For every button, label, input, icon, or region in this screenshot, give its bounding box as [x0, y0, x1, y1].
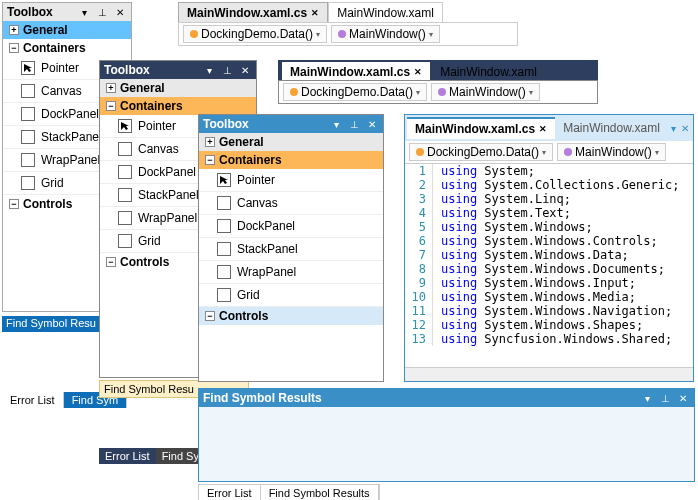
canvas-icon	[118, 142, 132, 156]
breadcrumb-method[interactable]: MainWindow()▾	[557, 143, 666, 161]
code-line[interactable]: 6using System.Windows.Controls;	[405, 234, 693, 248]
close-icon[interactable]: ✕	[539, 124, 547, 134]
class-icon	[416, 148, 424, 156]
grid-icon	[217, 288, 231, 302]
expand-icon[interactable]: −	[106, 101, 116, 111]
expand-icon[interactable]: +	[9, 25, 19, 35]
close-icon[interactable]: ✕	[365, 117, 379, 131]
section-containers[interactable]: − Containers	[3, 39, 131, 57]
method-icon	[564, 148, 572, 156]
editor-tab[interactable]: MainWindow.xaml	[328, 2, 443, 24]
chevron-down-icon[interactable]: ▾	[529, 88, 533, 97]
breadcrumb-namespace[interactable]: DockingDemo.Data()▾	[409, 143, 553, 161]
stackpanel-icon	[118, 188, 132, 202]
wrappanel-icon	[217, 265, 231, 279]
method-icon	[338, 30, 346, 38]
dockpanel-icon	[118, 165, 132, 179]
tool-item[interactable]: Grid	[199, 284, 383, 307]
code-line[interactable]: 3using System.Linq;	[405, 192, 693, 206]
pointer-icon	[118, 119, 132, 133]
dropdown-icon[interactable]: ▾	[202, 63, 216, 77]
pin-icon[interactable]: ⊥	[347, 117, 361, 131]
expand-icon[interactable]: −	[205, 155, 215, 165]
canvas-icon	[217, 196, 231, 210]
code-editor[interactable]: 1using System;2using System.Collections.…	[405, 164, 693, 367]
dockpanel-icon	[217, 219, 231, 233]
pin-icon[interactable]: ⊥	[220, 63, 234, 77]
expand-icon[interactable]: +	[106, 83, 116, 93]
close-icon[interactable]: ✕	[676, 391, 690, 405]
tool-item[interactable]: DockPanel	[199, 215, 383, 238]
code-line[interactable]: 10using System.Windows.Media;	[405, 290, 693, 304]
section-general[interactable]: +General	[100, 79, 256, 97]
find-symbol-content	[199, 407, 694, 481]
tool-item[interactable]: StackPanel	[199, 238, 383, 261]
error-list-tab[interactable]: Error List	[99, 448, 156, 464]
section-controls[interactable]: −Controls	[199, 307, 383, 325]
breadcrumb-method[interactable]: MainWindow()▾	[331, 25, 440, 43]
canvas-icon	[21, 84, 35, 98]
toolbox-title: Toolbox	[104, 63, 198, 77]
expand-icon[interactable]: −	[9, 199, 19, 209]
editor-tab[interactable]: MainWindow.xaml	[432, 62, 545, 82]
expand-icon[interactable]: −	[205, 311, 215, 321]
code-line[interactable]: 1using System;	[405, 164, 693, 178]
code-line[interactable]: 9using System.Windows.Input;	[405, 276, 693, 290]
editor-tab[interactable]: MainWindow.xaml.cs✕	[178, 2, 328, 24]
pin-icon[interactable]: ⊥	[95, 5, 109, 19]
code-line[interactable]: 5using System.Windows;	[405, 220, 693, 234]
close-icon[interactable]: ✕	[414, 67, 422, 77]
section-general[interactable]: +General	[199, 133, 383, 151]
section-containers[interactable]: −Containers	[199, 151, 383, 169]
wrappanel-icon	[118, 211, 132, 225]
grid-icon	[118, 234, 132, 248]
editor-tab[interactable]: MainWindow.xaml.cs ✕	[407, 117, 555, 139]
find-symbol-tab[interactable]: Find Symbol Results	[261, 485, 379, 500]
tool-item[interactable]: Pointer	[199, 169, 383, 192]
code-line[interactable]: 2using System.Collections.Generic;	[405, 178, 693, 192]
expand-icon[interactable]: +	[205, 137, 215, 147]
tool-item[interactable]: WrapPanel	[199, 261, 383, 284]
stackpanel-icon	[21, 130, 35, 144]
breadcrumb-namespace[interactable]: DockingDemo.Data()▾	[283, 83, 427, 101]
chevron-down-icon[interactable]: ▾	[416, 88, 420, 97]
code-line[interactable]: 4using System.Text;	[405, 206, 693, 220]
code-line[interactable]: 8using System.Windows.Documents;	[405, 262, 693, 276]
dropdown-icon[interactable]: ▾	[329, 117, 343, 131]
pointer-icon	[217, 173, 231, 187]
close-icon[interactable]: ✕	[113, 5, 127, 19]
pointer-icon	[21, 61, 35, 75]
editor-tab[interactable]: MainWindow.xaml.cs✕	[282, 62, 430, 82]
error-list-tab[interactable]: Error List	[2, 392, 64, 408]
wrappanel-icon	[21, 153, 35, 167]
code-line[interactable]: 7using System.Windows.Data;	[405, 248, 693, 262]
section-general[interactable]: + General	[3, 21, 131, 39]
expand-icon[interactable]: −	[9, 43, 19, 53]
chevron-down-icon[interactable]: ▾	[542, 148, 546, 157]
close-icon[interactable]: ✕	[238, 63, 252, 77]
horizontal-scrollbar[interactable]	[405, 367, 693, 381]
code-line[interactable]: 11using System.Windows.Navigation;	[405, 304, 693, 318]
dropdown-icon[interactable]: ▾	[77, 5, 91, 19]
section-containers[interactable]: −Containers	[100, 97, 256, 115]
error-list-tab[interactable]: Error List	[199, 485, 261, 500]
method-icon	[438, 88, 446, 96]
dropdown-icon[interactable]: ▾	[668, 121, 680, 135]
class-icon	[290, 88, 298, 96]
breadcrumb-method[interactable]: MainWindow()▾	[431, 83, 540, 101]
class-icon	[190, 30, 198, 38]
close-icon[interactable]: ✕	[311, 8, 319, 18]
dropdown-icon[interactable]: ▾	[640, 391, 654, 405]
editor-tab[interactable]: MainWindow.xaml	[555, 118, 668, 138]
close-icon[interactable]: ✕	[679, 121, 691, 135]
code-line[interactable]: 13using Syncfusion.Windows.Shared;	[405, 332, 693, 346]
chevron-down-icon[interactable]: ▾	[429, 30, 433, 39]
chevron-down-icon[interactable]: ▾	[316, 30, 320, 39]
tool-item[interactable]: Canvas	[199, 192, 383, 215]
code-line[interactable]: 12using System.Windows.Shapes;	[405, 318, 693, 332]
breadcrumb-namespace[interactable]: DockingDemo.Data()▾	[183, 25, 327, 43]
expand-icon[interactable]: −	[106, 257, 116, 267]
chevron-down-icon[interactable]: ▾	[655, 148, 659, 157]
stackpanel-icon	[217, 242, 231, 256]
pin-icon[interactable]: ⊥	[658, 391, 672, 405]
